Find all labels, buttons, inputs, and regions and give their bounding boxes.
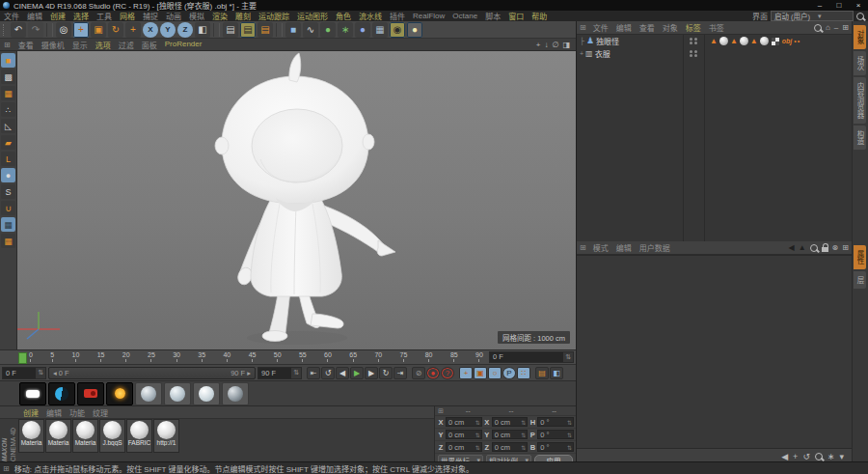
- object-menu-item[interactable]: 编辑: [612, 22, 636, 33]
- ruler-tick[interactable]: 10: [72, 351, 80, 362]
- phong-tag-icon[interactable]: ▲: [710, 38, 718, 45]
- visibility-dot[interactable]: [694, 38, 697, 41]
- object-menu-item[interactable]: 查看: [636, 22, 659, 33]
- spinner-icon[interactable]: ⇅: [36, 369, 45, 376]
- material-item[interactable]: Materia: [72, 419, 98, 453]
- spinner-icon[interactable]: ⇅: [521, 419, 527, 426]
- viewport-3d[interactable]: 网格间距 : 1000 cm: [17, 51, 576, 349]
- key-pla-button[interactable]: ∷: [517, 367, 530, 379]
- menubar-item[interactable]: 文件: [0, 11, 23, 21]
- side-tab-inactive[interactable]: 层: [854, 271, 866, 289]
- workplane-mode-icon[interactable]: ▦: [1, 86, 15, 100]
- menubar-item[interactable]: 窗口: [504, 11, 528, 21]
- coordinate-input[interactable]: 0 cm⇅: [492, 417, 529, 427]
- pan-view-icon[interactable]: +: [536, 41, 541, 49]
- coordinate-input[interactable]: 0 cm⇅: [446, 417, 482, 427]
- attribute-menu-item[interactable]: 用户数据: [636, 242, 674, 253]
- spinner-icon[interactable]: ⇅: [567, 432, 573, 438]
- search-icon[interactable]: [810, 244, 818, 252]
- spinner-icon[interactable]: ⇅: [567, 444, 573, 451]
- side-tab-active[interactable]: 属性: [854, 245, 866, 269]
- render-settings-icon[interactable]: ▤: [240, 22, 256, 38]
- search-icon[interactable]: [815, 453, 823, 460]
- spinner-icon[interactable]: ⇅: [475, 419, 481, 426]
- ruler-tick[interactable]: 45: [249, 351, 257, 362]
- dolly-view-icon[interactable]: ↓: [544, 41, 548, 49]
- panel-icon[interactable]: ⊞: [580, 23, 586, 32]
- sphere-preview-3-button[interactable]: [193, 382, 220, 405]
- viewport-menu-item[interactable]: ProRender: [161, 40, 206, 50]
- visibility-dot-pair[interactable]: [694, 50, 697, 57]
- menubar-item[interactable]: 脚本: [481, 11, 504, 21]
- next-frame-button[interactable]: ▶: [365, 367, 378, 379]
- menubar-item[interactable]: Octane: [448, 12, 481, 20]
- sphere-preview-4-button[interactable]: [222, 382, 249, 405]
- frame-spinner-field[interactable]: 0 F ⇅: [2, 367, 46, 379]
- live-selection-icon[interactable]: ◎: [56, 22, 71, 38]
- menubar-item[interactable]: 模拟: [185, 11, 208, 21]
- side-tab-inactive[interactable]: 构造: [854, 125, 866, 150]
- uvw-tag-icon[interactable]: [771, 37, 780, 46]
- texture-tag-icon[interactable]: [719, 37, 728, 45]
- ruler-tick[interactable]: 20: [122, 351, 130, 362]
- tree-expand-icon[interactable]: +: [580, 50, 583, 57]
- render-view-icon[interactable]: ▤: [223, 22, 238, 38]
- visibility-dot[interactable]: [694, 42, 697, 44]
- spline-pen-icon[interactable]: ∿: [303, 22, 318, 38]
- material-item[interactable]: FABRIC: [126, 419, 152, 453]
- attribute-manager[interactable]: [577, 255, 852, 448]
- phong-tag-icon[interactable]: ▲: [730, 38, 738, 45]
- layout-select[interactable]: 启动 (用户) ▾: [771, 11, 854, 21]
- goto-start-button[interactable]: ⇤: [307, 367, 320, 379]
- area-light-preview-button[interactable]: [19, 382, 46, 405]
- timeline-track-icon[interactable]: ▤: [535, 367, 549, 379]
- ruler-tick[interactable]: 30: [173, 351, 180, 362]
- menubar-item[interactable]: 角色: [332, 11, 355, 21]
- menubar-item[interactable]: 运动跟踪: [255, 11, 293, 21]
- home-icon[interactable]: ⌂: [826, 23, 830, 32]
- ruler-tick[interactable]: 40: [223, 351, 231, 362]
- object-menu-item[interactable]: 标签: [682, 22, 705, 33]
- material-menu-item[interactable]: 纹理: [89, 407, 112, 418]
- panel-icon[interactable]: ⊞: [580, 243, 586, 252]
- object-menu-item[interactable]: 文件: [589, 22, 612, 33]
- texture-mode-icon[interactable]: ▩: [1, 70, 15, 84]
- ruler-tick[interactable]: 70: [374, 351, 382, 362]
- visibility-dot[interactable]: [690, 42, 692, 44]
- material-item[interactable]: Materia: [18, 419, 44, 453]
- attribute-menu-item[interactable]: 编辑: [612, 242, 636, 253]
- pan-icon[interactable]: +: [793, 452, 798, 461]
- ruler-tick[interactable]: 55: [299, 351, 307, 362]
- record-disabled-icon[interactable]: ⊘: [412, 367, 425, 379]
- menubar-item[interactable]: 捕捉: [139, 11, 162, 21]
- maximize-button[interactable]: □: [829, 1, 849, 10]
- ruler-tick[interactable]: 85: [450, 351, 458, 362]
- current-frame-field[interactable]: 0 F ⇅: [489, 351, 574, 363]
- loop-button[interactable]: ↻: [379, 367, 393, 379]
- toolbar-grip[interactable]: [3, 24, 7, 36]
- spinner-icon[interactable]: ⇅: [567, 419, 573, 426]
- coordinate-input[interactable]: 0 cm⇅: [446, 430, 482, 439]
- ruler-tick[interactable]: 35: [198, 351, 205, 362]
- texture-tag-icon[interactable]: [760, 37, 769, 45]
- side-tab-inactive[interactable]: 场次: [854, 51, 866, 75]
- coordinate-input[interactable]: 0 cm⇅: [492, 430, 529, 439]
- menubar-item[interactable]: 运动图形: [293, 11, 332, 21]
- sphere-preview-1-button[interactable]: [135, 382, 162, 405]
- panel-icon[interactable]: ⊞: [4, 41, 11, 49]
- search-icon[interactable]: [856, 13, 864, 20]
- material-item[interactable]: Materia: [45, 419, 71, 453]
- object-menu-item[interactable]: 书签: [705, 22, 728, 33]
- undo-icon[interactable]: ↶: [11, 22, 26, 38]
- visibility-dot-pair[interactable]: [690, 38, 692, 44]
- ruler-tick[interactable]: 5: [50, 351, 54, 362]
- key-scale-button[interactable]: ▣: [474, 367, 487, 379]
- menubar-item[interactable]: 网格: [116, 11, 139, 21]
- ruler-tick[interactable]: 0: [29, 351, 33, 362]
- material-menu-item[interactable]: 编辑: [42, 407, 66, 418]
- menubar-item[interactable]: 编辑: [23, 11, 46, 21]
- dropdown-icon[interactable]: ▾: [839, 452, 844, 461]
- up-arrow-icon[interactable]: ▲: [799, 243, 806, 252]
- spinner-icon[interactable]: ⇅: [521, 432, 527, 438]
- goto-end-button[interactable]: ⇥: [393, 367, 407, 379]
